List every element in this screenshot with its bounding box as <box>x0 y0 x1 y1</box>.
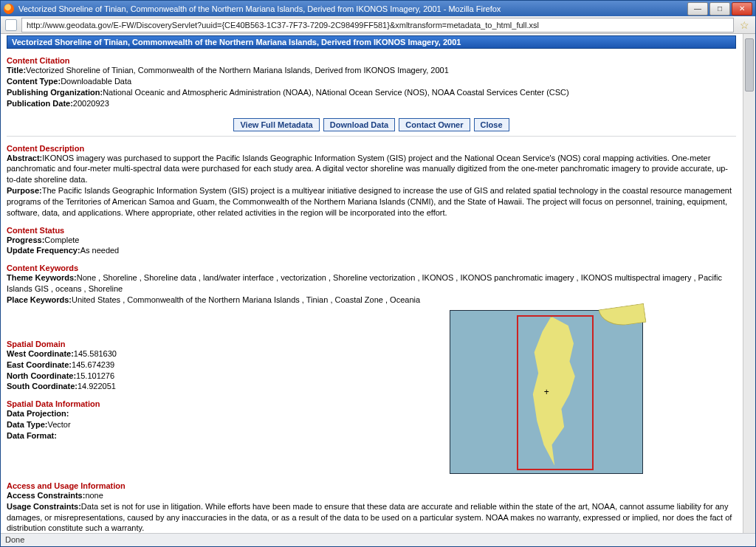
theme-keywords-value: None , Shoreline , Shoreline data , land… <box>7 273 722 293</box>
spatial-domain-heading: Spatial Domain <box>7 340 342 348</box>
maximize-button[interactable]: □ <box>709 2 730 16</box>
address-field[interactable]: http://www.geodata.gov/E-FW/DiscoverySer… <box>21 18 734 32</box>
abstract-text: IKONOS imagery was purchased to support … <box>7 154 728 185</box>
usage-constraints-value: Data set is not for use in litigation. W… <box>7 502 732 533</box>
place-keywords-value: United States , Commonwealth of the Nort… <box>72 295 420 304</box>
west-coord-value: 145.581630 <box>74 349 117 358</box>
data-type-label: Data Type: <box>7 420 47 429</box>
title-label: Title: <box>7 66 26 75</box>
update-frequency-label: Update Frequency: <box>7 246 80 255</box>
west-coord-label: West Coordinate: <box>7 349 74 358</box>
purpose-text: The Pacific Islands Geographic Informati… <box>7 186 732 217</box>
abstract-label: Abstract: <box>7 154 42 162</box>
spatial-data-info-section: Spatial Data Information Data Projection… <box>7 399 342 441</box>
content-status-heading: Content Status <box>7 226 736 235</box>
map-corner-land <box>599 303 647 328</box>
content-type-value: Downloadable Data <box>61 77 131 86</box>
data-type-value: Vector <box>47 420 70 429</box>
publishing-org-label: Publishing Organization: <box>7 88 103 97</box>
content-keywords-section: Content Keywords Theme Keywords:None , S… <box>7 264 736 306</box>
access-constraints-label: Access Constraints: <box>7 491 85 500</box>
scrollbar-thumb[interactable] <box>745 38 754 92</box>
content-citation-heading: Content Citation <box>7 56 736 65</box>
progress-label: Progress: <box>7 235 44 244</box>
east-coord-value: 145.674239 <box>72 360 114 369</box>
data-format-label: Data Format: <box>7 431 57 440</box>
minimize-button[interactable]: — <box>687 2 708 16</box>
page-content: Vectorized Shoreline of Tinian, Commonwe… <box>1 34 755 533</box>
content-status-section: Content Status Progress:Complete Update … <box>7 226 736 257</box>
place-keywords-label: Place Keywords: <box>7 295 72 304</box>
browser-window: Vectorized Shoreline of Tinian, Commonwe… <box>0 0 756 547</box>
content-description-heading: Content Description <box>7 144 736 153</box>
north-coord-label: North Coordinate: <box>7 371 76 380</box>
progress-value: Complete <box>44 235 79 244</box>
status-bar: Done <box>1 533 755 546</box>
window-titlebar: Vectorized Shoreline of Tinian, Commonwe… <box>1 1 755 16</box>
map-preview: + <box>450 310 643 474</box>
update-frequency-value: As needed <box>80 246 120 255</box>
content-description-section: Content Description Abstract:IKONOS imag… <box>7 144 736 219</box>
publishing-org-value: National Oceanic and Atmospheric Adminis… <box>103 88 569 97</box>
window-title: Vectorized Shoreline of Tinian, Commonwe… <box>18 4 687 13</box>
content-type-label: Content Type: <box>7 77 61 86</box>
vertical-scrollbar[interactable] <box>743 34 755 533</box>
view-full-metadata-button[interactable]: View Full Metadata <box>233 118 319 131</box>
page-icon <box>5 19 17 31</box>
window-close-button[interactable]: ✕ <box>732 2 752 16</box>
south-coord-label: South Coordinate: <box>7 382 78 391</box>
access-usage-section: Access and Usage Information Access Cons… <box>7 481 736 533</box>
content-citation-section: Content Citation Title:Vectorized Shorel… <box>7 56 736 109</box>
url-bar: http://www.geodata.gov/E-FW/DiscoverySer… <box>1 16 755 34</box>
button-row-top: View Full Metadata Download Data Contact… <box>7 118 736 131</box>
access-constraints-value: none <box>85 491 103 500</box>
close-button[interactable]: Close <box>474 118 509 131</box>
window-buttons: — □ ✕ <box>687 2 752 16</box>
status-text: Done <box>5 535 24 544</box>
title-value: Vectorized Shoreline of Tinian, Commonwe… <box>26 66 449 75</box>
separator <box>7 136 736 137</box>
spatial-data-info-heading: Spatial Data Information <box>7 399 342 408</box>
map-center-cross-icon: + <box>543 388 550 396</box>
publication-date-label: Publication Date: <box>7 99 73 108</box>
bookmark-star-icon[interactable]: ☆ <box>738 19 751 31</box>
page-banner: Vectorized Shoreline of Tinian, Commonwe… <box>7 35 736 49</box>
theme-keywords-label: Theme Keywords: <box>7 273 77 282</box>
north-coord-value: 15.101276 <box>76 371 114 380</box>
data-projection-label: Data Projection: <box>7 409 69 418</box>
spatial-row: Spatial Domain West Coordinate:145.58163… <box>7 310 736 474</box>
download-data-button[interactable]: Download Data <box>323 118 395 131</box>
east-coord-label: East Coordinate: <box>7 360 72 369</box>
firefox-icon <box>4 4 14 14</box>
spatial-domain-section: Spatial Domain West Coordinate:145.58163… <box>7 340 342 392</box>
contact-owner-button[interactable]: Contact Owner <box>399 118 470 131</box>
map-bounding-box <box>517 315 594 470</box>
access-usage-heading: Access and Usage Information <box>7 481 736 490</box>
purpose-label: Purpose: <box>7 186 42 195</box>
url-text: http://www.geodata.gov/E-FW/DiscoverySer… <box>27 21 539 30</box>
south-coord-value: 14.922051 <box>78 382 116 391</box>
content-keywords-heading: Content Keywords <box>7 264 736 272</box>
publication-date-value: 20020923 <box>73 99 109 108</box>
usage-constraints-label: Usage Constraints: <box>7 502 81 511</box>
